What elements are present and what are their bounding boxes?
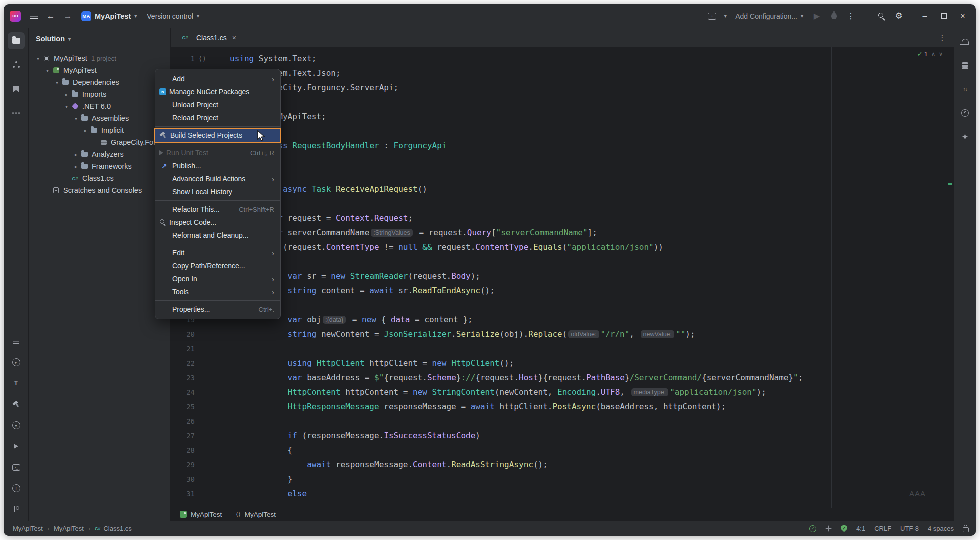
breadcrumb-namespace[interactable]: ⟨⟩ MyApiTest — [236, 511, 276, 518]
chevron-closed-icon[interactable]: ▸ — [72, 164, 80, 169]
chevron-open-icon[interactable]: ▾ — [62, 104, 71, 109]
code-line-14[interactable]: 14 if (request.ContentType != null && re… — [171, 240, 954, 254]
tab-options-kebab-icon[interactable]: ⋮ — [935, 33, 950, 42]
file-encoding[interactable]: UTF-8 — [900, 525, 919, 532]
inspections-widget[interactable]: ✓1 ∧ ∨ — [918, 50, 943, 58]
run-button[interactable] — [8, 438, 25, 455]
notifications-button[interactable] — [957, 32, 974, 49]
tree-item-dependencies[interactable]: ▾Dependencies — [29, 76, 170, 88]
tree-item-analyzers[interactable]: ▸Analyzers — [29, 148, 170, 160]
tree-item-implicit[interactable]: ▸Implicit — [29, 124, 170, 136]
build-button[interactable] — [8, 396, 25, 413]
code-line-21[interactable]: 21 — [171, 341, 954, 356]
maximize-button[interactable] — [935, 7, 953, 25]
code-line-15[interactable]: 15 { — [171, 254, 954, 269]
chevron-open-icon[interactable]: ▾ — [34, 56, 42, 61]
chevron-closed-icon[interactable]: ▸ — [72, 152, 80, 157]
tree-item-class1-cs[interactable]: Class1.cs — [29, 172, 170, 184]
code-line-22[interactable]: 22 using HttpClient httpClient = new Htt… — [171, 356, 954, 370]
menu-item-publish[interactable]: ↗Publish... — [156, 159, 280, 172]
tree-item-scratches-and-consoles[interactable]: Scratches and Consoles — [29, 184, 170, 196]
code-line-13[interactable]: 13 var serverCommandName:StringValues = … — [171, 225, 954, 240]
project-widget[interactable]: MA MyApiTest ▾ — [77, 8, 142, 24]
solution-panel-header[interactable]: Solution ▾ — [29, 28, 170, 47]
line-separator[interactable]: CRLF — [874, 525, 892, 532]
code-line-28[interactable]: 28 { — [171, 443, 954, 457]
caret-position[interactable]: 4:1 — [856, 525, 866, 532]
code-line-25[interactable]: 25 HttpResponseMessage responseMessage =… — [171, 399, 954, 414]
code-line-20[interactable]: 20 string newContent = JsonSerializer.Se… — [171, 327, 954, 341]
sparkle-icon[interactable] — [826, 525, 832, 532]
menu-item-advanced-build-actions[interactable]: Advanced Build Actions› — [156, 172, 280, 185]
solution-explorer-button[interactable] — [8, 32, 25, 49]
code-line-1[interactable]: 1⟨⟩using System.Text; — [171, 51, 954, 66]
code-line-12[interactable]: 12 var request = Context.Request; — [171, 211, 954, 225]
code-line-9[interactable]: 9 — [171, 167, 954, 182]
code-line-5[interactable]: 5namespace MyApiTest; — [171, 109, 954, 124]
code-line-18[interactable]: 18 — [171, 298, 954, 312]
code-line-30[interactable]: 30 } — [171, 472, 954, 486]
code-line-26[interactable]: 26 — [171, 414, 954, 428]
menu-item-show-local-history[interactable]: Show Local History — [156, 185, 280, 198]
dependencies-button[interactable]: ↑↓ — [957, 80, 974, 97]
code-line-16[interactable]: 16 var sr = new StreamReader(request.Bod… — [171, 269, 954, 283]
security-shield-icon[interactable]: ✓ — [841, 525, 848, 532]
database-button[interactable] — [957, 56, 974, 73]
tree-item-frameworks[interactable]: ▸Frameworks — [29, 160, 170, 172]
code-line-11[interactable]: 11 { — [171, 196, 954, 211]
chevron-closed-icon[interactable]: ▸ — [82, 128, 90, 133]
menu-item-open-in[interactable]: Open In› — [156, 272, 280, 285]
next-problem-icon[interactable]: ∨ — [939, 51, 943, 57]
code-line-24[interactable]: 24 HttpContent httpContent = new StringC… — [171, 385, 954, 399]
profiler-button[interactable] — [957, 104, 974, 121]
minimize-button[interactable]: – — [916, 7, 934, 25]
back-button[interactable]: ← — [43, 8, 59, 24]
menu-item-manage-nuget-packages[interactable]: NManage NuGet Packages — [156, 85, 280, 98]
settings-button[interactable]: ⚙ — [891, 8, 907, 24]
menu-item-tools[interactable]: Tools› — [156, 285, 280, 298]
version-control-button[interactable] — [8, 501, 25, 518]
code-line-8[interactable]: 8{ — [171, 153, 954, 167]
terminal-button[interactable]: >_ — [8, 459, 25, 476]
tree-item-imports[interactable]: ▸Imports — [29, 88, 170, 100]
menu-item-unload-project[interactable]: Unload Project — [156, 98, 280, 111]
menu-item-properties[interactable]: Properties...Ctrl+. — [156, 303, 280, 316]
tree-item-assemblies[interactable]: ▾Assemblies — [29, 112, 170, 124]
remote-dev-chevron[interactable]: ▾ — [721, 8, 730, 24]
code-line-17[interactable]: 17 string content = await sr.ReadToEndAs… — [171, 283, 954, 298]
code-line-29[interactable]: 29 await responseMessage.Content.ReadAsS… — [171, 457, 954, 472]
menu-item-inspect-code[interactable]: Inspect Code... — [156, 216, 280, 229]
more-actions-button[interactable]: ⋮ — [843, 8, 859, 24]
structure-button[interactable] — [8, 56, 25, 73]
prev-problem-icon[interactable]: ∧ — [932, 51, 936, 57]
tab-close-icon[interactable]: × — [232, 34, 236, 42]
menu-item-add[interactable]: Add› — [156, 72, 280, 85]
code-line-2[interactable]: 2using System.Text.Json; — [171, 66, 954, 80]
nuget-button[interactable]: ● — [8, 417, 25, 434]
menu-item-copy-path-reference[interactable]: Copy Path/Reference... — [156, 259, 280, 272]
chevron-open-icon[interactable]: ▾ — [53, 80, 62, 85]
code-line-3[interactable]: 3using GrapeCity.Forguncy.ServerApi; — [171, 80, 954, 95]
tree-item-myapitest[interactable]: ▾MyApiTest — [29, 64, 170, 76]
breadcrumb-project[interactable]: MyApiTest — [180, 511, 222, 518]
breadcrumb-item[interactable]: MyApiTest — [54, 525, 84, 532]
menu-item-reload-project[interactable]: Reload Project — [156, 111, 280, 124]
chevron-closed-icon[interactable]: ▸ — [62, 92, 71, 97]
code-line-7[interactable]: 7public class RequestBodyHandler : Forgu… — [171, 138, 954, 153]
unit-tests-button[interactable]: T — [8, 375, 25, 392]
remote-dev-button[interactable]: ↓ — [704, 8, 720, 24]
menu-item-reformat-and-cleanup[interactable]: Reformat and Cleanup... — [156, 229, 280, 242]
code-line-27[interactable]: 27 if (responseMessage.IsSuccessStatusCo… — [171, 428, 954, 443]
services-button[interactable]: ▸ — [8, 354, 25, 371]
breadcrumb-item[interactable]: MyApiTest — [13, 525, 43, 532]
problems-button[interactable]: ! — [8, 480, 25, 497]
menu-item-edit[interactable]: Edit› — [156, 246, 280, 259]
run-configuration-selector[interactable]: Add Configuration... ▾ — [731, 8, 808, 24]
menu-item-refactor-this[interactable]: Refactor This...Ctrl+Shift+R — [156, 203, 280, 216]
todo-button[interactable] — [8, 333, 25, 350]
breadcrumb-item[interactable]: Class1.cs — [104, 525, 132, 532]
more-tool-windows-button[interactable] — [8, 104, 25, 121]
search-everywhere-button[interactable] — [874, 8, 890, 24]
tree-item-grapecity-forg[interactable]: GrapeCity.Forg — [29, 136, 170, 148]
main-menu-button[interactable] — [26, 8, 42, 24]
